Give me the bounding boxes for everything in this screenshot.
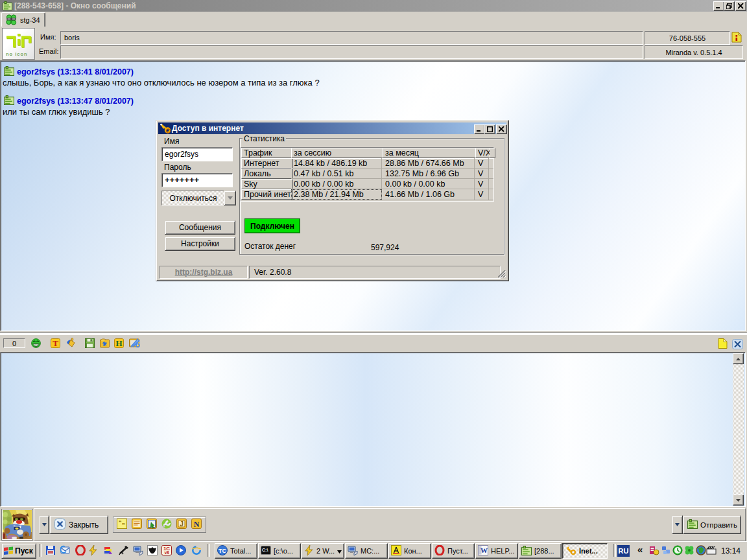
svg-text:T: T: [53, 338, 58, 348]
svg-text:”: ”: [122, 522, 125, 528]
svg-text:“: “: [119, 519, 122, 526]
svg-text:no icon: no icon: [6, 51, 28, 57]
svg-text:N: N: [194, 520, 200, 529]
svg-text:TC: TC: [219, 548, 226, 554]
svg-text:C:\: C:\: [262, 548, 268, 552]
svg-text:v8: v8: [164, 550, 169, 555]
svg-text:J: J: [180, 520, 184, 528]
svg-text:W: W: [480, 546, 488, 554]
svg-text:H: H: [115, 338, 122, 348]
